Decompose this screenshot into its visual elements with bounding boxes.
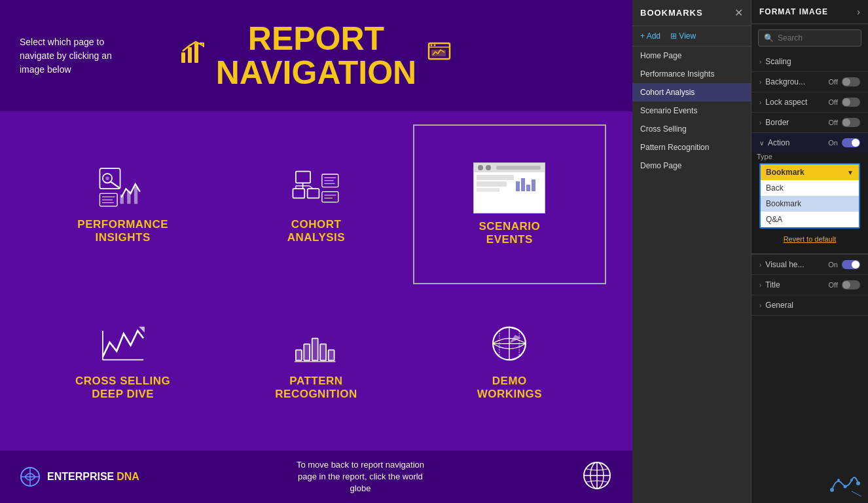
bookmark-item-cross-selling[interactable]: Cross Selling (632, 120, 751, 138)
svg-rect-13 (127, 191, 130, 204)
nav-item-performance-insights[interactable]: PERFORMANCE INSIGHTS (26, 124, 219, 284)
section-action-row[interactable]: ∨ Action On (751, 133, 868, 153)
svg-rect-21 (293, 189, 304, 198)
bookmark-item-home[interactable]: Home Page (632, 47, 751, 65)
title-expand-icon: › (759, 282, 761, 289)
format-panel: FORMAT IMAGE › 🔍 › Scaling › Backgrou... (751, 0, 868, 503)
bookmarks-add-button[interactable]: + Add (640, 31, 660, 41)
section-visual-header: › Visual he... On (751, 255, 868, 275)
lock-aspect-value: Off (829, 98, 838, 106)
background-value: Off (829, 78, 838, 86)
lock-aspect-label: Lock aspect (765, 98, 807, 107)
nav-item-demo-workings[interactable]: DEMO WORKINGS (413, 284, 606, 438)
svg-rect-14 (134, 187, 137, 204)
action-expanded-content: Type Bookmark ▼ Back Bookmark Q&A Revert… (751, 153, 868, 254)
dropdown-option-bookmark[interactable]: Bookmark (761, 196, 859, 212)
general-expand-icon: › (759, 302, 761, 309)
bookmarks-title: BOOKMARKS (640, 8, 703, 18)
bookmark-item-performance[interactable]: Performance Insights (632, 65, 751, 83)
main-canvas: Select which page to navigate by clickin… (0, 0, 632, 503)
section-lock-aspect-row[interactable]: › Lock aspect Off (751, 92, 868, 112)
nav-label-demo: DEMO WORKINGS (477, 375, 542, 401)
bookmark-item-demo[interactable]: Demo Page (632, 157, 751, 175)
general-label: General (765, 301, 793, 310)
footer-brand-accent: DNA (117, 471, 139, 483)
dropdown-selected-value[interactable]: Bookmark ▼ (761, 164, 859, 180)
svg-line-59 (852, 491, 861, 496)
action-label: Action (768, 138, 789, 147)
border-toggle[interactable] (842, 118, 860, 127)
section-background: › Backgrou... Off (751, 72, 868, 92)
lock-aspect-toggle[interactable] (842, 98, 860, 107)
svg-point-5 (431, 44, 433, 46)
nav-grid: PERFORMANCE INSIGHTS (0, 111, 632, 451)
section-border-row[interactable]: › Border Off (751, 113, 868, 132)
footer-globe-icon[interactable] (581, 460, 613, 494)
section-scaling: › Scaling (751, 52, 868, 72)
border-expand-icon: › (759, 119, 761, 126)
section-visual-header-row[interactable]: › Visual he... On (751, 255, 868, 274)
background-label: Backgrou... (765, 77, 805, 86)
visual-header-value: On (828, 261, 838, 269)
footer-note: To move back to report navigation page i… (288, 459, 432, 495)
footer-brand-name: ENTERPRISE (47, 471, 114, 483)
svg-rect-2 (194, 43, 198, 63)
scaling-label: Scaling (765, 57, 791, 66)
report-footer: ENTERPRISE DNA To move back to report na… (0, 451, 632, 503)
bookmark-item-scenario[interactable]: Scenario Events (632, 102, 751, 120)
visual-header-label: Visual he... (765, 260, 804, 269)
section-title: › Title Off (751, 275, 868, 295)
header-icon-left (180, 41, 206, 71)
nav-label-performance: PERFORMANCE INSIGHTS (77, 218, 168, 244)
nav-item-scenario-events[interactable]: SCENARIO EVENTS (413, 124, 606, 284)
nav-label-pattern: PATTERN RECOGNITION (275, 375, 357, 401)
svg-point-56 (844, 485, 847, 489)
section-title-row[interactable]: › Title Off (751, 275, 868, 295)
svg-point-57 (850, 479, 853, 481)
nav-item-cohort-analysis[interactable]: COHORT ANALYSIS (219, 124, 412, 284)
svg-rect-30 (322, 192, 338, 202)
nav-item-pattern-recognition[interactable]: PATTERN RECOGNITION (219, 284, 412, 438)
format-panel-next-button[interactable]: › (857, 7, 860, 17)
nav-item-cross-selling[interactable]: CROSS SELLING DEEP DIVE (26, 284, 219, 438)
bookmarks-header: BOOKMARKS ✕ (632, 0, 751, 26)
bookmarks-view-button[interactable]: ⊞ View (670, 31, 696, 41)
dropdown-options-list: Back Bookmark Q&A (761, 180, 859, 227)
format-panel-header: FORMAT IMAGE › (751, 0, 868, 24)
nav-label-cross: CROSS SELLING DEEP DIVE (75, 375, 170, 401)
svg-rect-39 (320, 344, 326, 360)
right-panels: BOOKMARKS ✕ + Add ⊞ View Home Page Perfo… (632, 0, 868, 503)
svg-rect-12 (120, 195, 123, 204)
panel-bottom-area (751, 316, 868, 503)
action-expand-icon: ∨ (759, 140, 764, 147)
search-input[interactable] (778, 33, 856, 43)
svg-line-11 (111, 182, 118, 188)
action-toggle[interactable] (842, 138, 860, 147)
bookmark-item-cohort[interactable]: Cohort Analysis (632, 83, 751, 102)
section-background-row[interactable]: › Backgrou... Off (751, 72, 868, 92)
title-toggle[interactable] (842, 280, 860, 289)
search-box[interactable]: 🔍 (758, 29, 861, 47)
section-general-row[interactable]: › General (751, 295, 868, 315)
bookmarks-actions: + Add ⊞ View (632, 26, 751, 47)
dropdown-arrow-icon: ▼ (847, 169, 854, 176)
svg-rect-37 (304, 344, 310, 360)
bookmark-item-pattern[interactable]: Pattern Recognition (632, 138, 751, 157)
report-header: Select which page to navigate by clickin… (0, 0, 632, 111)
dropdown-option-qa[interactable]: Q&A (761, 212, 859, 227)
dropdown-option-back[interactable]: Back (761, 180, 859, 196)
section-action: ∨ Action On Type Bookmark ▼ (751, 133, 868, 255)
svg-rect-19 (296, 172, 310, 183)
background-expand-icon: › (759, 79, 761, 86)
background-toggle[interactable] (842, 77, 860, 86)
type-dropdown[interactable]: Bookmark ▼ Back Bookmark Q&A (759, 163, 860, 229)
section-scaling-row[interactable]: › Scaling (751, 52, 868, 71)
svg-rect-38 (312, 339, 318, 361)
svg-rect-0 (181, 52, 185, 63)
revert-to-default-link[interactable]: Revert to default (757, 231, 863, 247)
title-value: Off (829, 281, 838, 289)
footer-brand: ENTERPRISE DNA (20, 466, 139, 487)
bookmarks-close-button[interactable]: ✕ (734, 7, 743, 19)
visual-header-toggle[interactable] (842, 260, 860, 269)
svg-point-10 (105, 177, 109, 180)
